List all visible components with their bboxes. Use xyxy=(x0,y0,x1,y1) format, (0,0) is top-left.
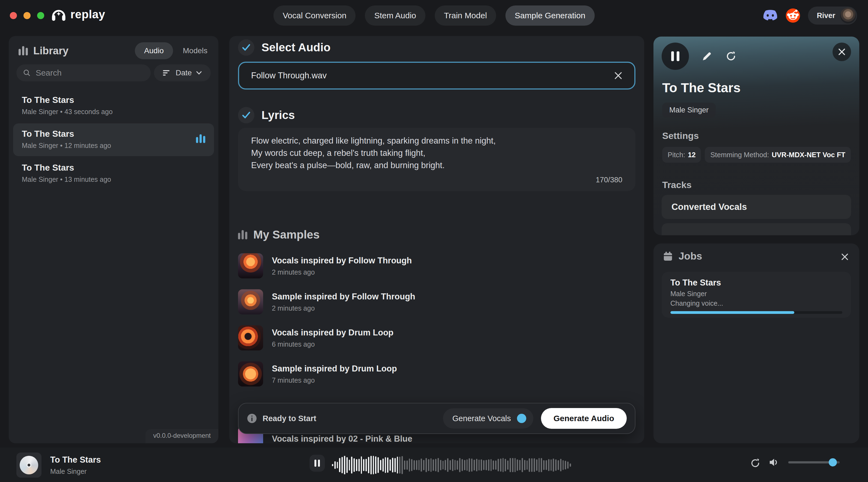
search-input[interactable] xyxy=(36,68,144,77)
now-playing-icon xyxy=(196,134,205,143)
library-item[interactable]: To The Stars Male Singer • 43 seconds ag… xyxy=(13,90,214,122)
library-sidebar: Library Audio Models Date To The S xyxy=(9,36,218,443)
my-samples-icon xyxy=(238,230,247,239)
sample-artwork xyxy=(238,289,263,314)
volume-handle[interactable] xyxy=(829,458,837,467)
lyrics-textarea[interactable]: Flow electric, charged like lightning, s… xyxy=(238,128,636,191)
pause-button[interactable] xyxy=(662,42,689,70)
window-close-button[interactable] xyxy=(10,12,17,19)
pitch-chip: Pitch:12 xyxy=(662,147,701,163)
detail-title: To The Stars xyxy=(662,80,741,95)
window-zoom-button[interactable] xyxy=(37,12,44,19)
generation-action-bar: Ready to Start Generate Vocals Generate … xyxy=(238,403,636,434)
loop-icon[interactable] xyxy=(750,458,761,471)
generate-vocals-toggle-dot xyxy=(517,414,526,423)
selected-file-name: Follow Through.wav xyxy=(251,71,327,81)
sort-dropdown[interactable]: Date xyxy=(154,64,211,81)
jobs-icon xyxy=(663,251,673,261)
app-window: replay Vocal Conversion Stem Audio Train… xyxy=(0,0,868,482)
window-controls xyxy=(10,12,44,19)
track-item[interactable]: Converted Vocals xyxy=(662,195,851,219)
volume-fill xyxy=(788,461,833,463)
main-nav: Vocal Conversion Stem Audio Train Model … xyxy=(274,5,595,26)
library-item-selected[interactable]: To The Stars Male Singer • 12 minutes ag… xyxy=(13,123,214,156)
clear-file-icon[interactable] xyxy=(614,71,622,80)
close-jobs-icon[interactable] xyxy=(841,253,849,263)
cd-icon xyxy=(20,456,38,474)
status-text: Ready to Start xyxy=(262,414,316,423)
app-version: v0.0.0-development xyxy=(146,429,218,443)
user-name: River xyxy=(817,11,835,20)
reddit-icon[interactable] xyxy=(785,8,800,23)
player-pause-button[interactable] xyxy=(310,455,325,472)
sample-item[interactable]: Vocals inspired by Drum Loop 6 minutes a… xyxy=(238,325,577,350)
lyrics-heading: Lyrics xyxy=(261,109,295,122)
now-playing[interactable]: To The Stars Male Singer xyxy=(17,452,101,478)
titlebar: replay Vocal Conversion Stem Audio Train… xyxy=(0,0,868,31)
sample-artwork xyxy=(238,325,263,350)
search-box[interactable] xyxy=(17,64,151,81)
tab-vocal-conversion[interactable]: Vocal Conversion xyxy=(274,5,356,26)
check-icon xyxy=(242,111,251,119)
lyrics-check xyxy=(238,107,254,123)
now-playing-art xyxy=(17,452,41,478)
generate-audio-button[interactable]: Generate Audio xyxy=(541,408,627,429)
job-item[interactable]: To The Stars Male Singer Changing voice.… xyxy=(662,272,851,318)
headphones-logo-icon xyxy=(51,8,66,21)
tab-train-model[interactable]: Train Model xyxy=(435,5,496,26)
job-progress-track xyxy=(671,311,842,314)
toggle-audio[interactable]: Audio xyxy=(135,42,173,59)
now-playing-title: To The Stars xyxy=(50,455,101,465)
select-audio-check xyxy=(238,39,254,56)
sample-artwork xyxy=(238,253,263,279)
check-icon xyxy=(242,43,251,52)
info-icon xyxy=(247,413,257,424)
volume-icon[interactable] xyxy=(769,457,780,470)
track-detail-card: To The Stars Male Singer Settings Pitch:… xyxy=(653,37,859,235)
user-avatar xyxy=(840,8,856,24)
close-detail-icon[interactable] xyxy=(833,42,851,61)
jobs-card: Jobs To The Stars Male Singer Changing v… xyxy=(653,244,859,443)
settings-heading: Settings xyxy=(662,130,699,141)
sort-icon xyxy=(163,70,171,76)
library-item[interactable]: To The Stars Male Singer • 13 minutes ag… xyxy=(13,157,214,190)
tab-sample-generation[interactable]: Sample Generation xyxy=(505,5,595,26)
sample-item[interactable]: Sample inspired by Follow Through 2 minu… xyxy=(238,289,577,314)
now-playing-artist: Male Singer xyxy=(50,468,101,476)
tab-stem-audio[interactable]: Stem Audio xyxy=(365,5,425,26)
char-counter: 170/380 xyxy=(596,174,622,186)
regenerate-icon[interactable] xyxy=(725,51,737,64)
track-item-partial[interactable] xyxy=(662,223,851,235)
sample-artwork xyxy=(238,361,263,386)
user-menu[interactable]: River xyxy=(808,6,857,25)
job-progress-fill xyxy=(671,311,794,314)
selected-audio-field[interactable]: Follow Through.wav xyxy=(238,62,636,90)
jobs-heading: Jobs xyxy=(679,251,702,262)
waveform[interactable] xyxy=(332,453,572,477)
window-minimize-button[interactable] xyxy=(24,12,31,19)
brand-name: replay xyxy=(70,8,105,21)
volume-slider[interactable] xyxy=(788,461,840,463)
sample-item[interactable]: Vocals inspired by Follow Through 2 minu… xyxy=(238,253,577,279)
sample-item[interactable]: Sample inspired by Drum Loop 7 minutes a… xyxy=(238,361,577,386)
select-audio-heading: Select Audio xyxy=(261,41,331,54)
library-title: Library xyxy=(33,45,68,57)
sample-generation-panel: Select Audio Follow Through.wav Lyrics F… xyxy=(229,36,644,443)
tracks-heading: Tracks xyxy=(662,180,692,190)
chevron-down-icon xyxy=(196,71,202,75)
player-bar: To The Stars Male Singer xyxy=(0,448,868,482)
toggle-models[interactable]: Models xyxy=(183,46,208,55)
model-chip: Male Singer xyxy=(662,103,716,118)
generate-vocals-toggle[interactable]: Generate Vocals xyxy=(443,408,533,428)
edit-icon[interactable] xyxy=(702,51,712,64)
titlebar-actions: River xyxy=(763,6,857,25)
sort-label: Date xyxy=(176,68,192,77)
discord-icon[interactable] xyxy=(763,10,778,21)
library-list: To The Stars Male Singer • 43 seconds ag… xyxy=(13,90,214,191)
my-samples-heading: My Samples xyxy=(253,228,320,241)
search-icon xyxy=(23,68,31,77)
app-logo: replay xyxy=(51,8,105,21)
library-icon xyxy=(19,46,28,55)
stemming-chip: Stemming Method:UVR-MDX-NET Voc FT xyxy=(705,147,850,163)
